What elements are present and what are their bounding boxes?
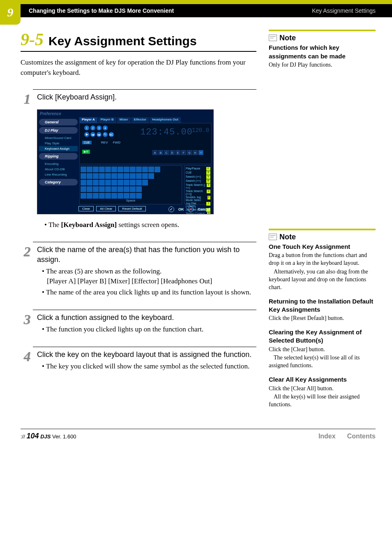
step-1: 1 Click [Keyboard Assign]. Preference Ge… — [21, 89, 256, 230]
func-label[interactable]: Play/Pause — [186, 167, 200, 171]
step-bullet: • The key you clicked will show the same… — [42, 361, 256, 372]
cue-row: CUE REV FWD — [82, 140, 120, 145]
app-name: DJS — [40, 433, 51, 440]
step-number: 2 — [21, 245, 34, 259]
tab-player-b[interactable]: Player B — [98, 117, 116, 123]
accent-rule — [269, 30, 376, 31]
step-2: 2 Click the name of the area(s) that has… — [21, 242, 256, 299]
close-icon[interactable]: ✕ — [188, 206, 194, 212]
clear-button[interactable]: Clear — [78, 206, 94, 211]
hotcue-slot[interactable]: E — [175, 150, 180, 155]
hotcue-button[interactable]: 2 — [90, 125, 95, 130]
func-key: D — [207, 190, 210, 193]
func-label[interactable]: Scratch Jog Mode Selec — [186, 196, 208, 202]
func-label[interactable]: Track Search (|<<) — [186, 183, 207, 189]
reset-default-button[interactable]: Reset Default — [118, 206, 145, 211]
dialog-buttons: Clear All Clear Reset Default — [78, 206, 146, 211]
transport-buttons: ▶⏮⏭↻BC — [84, 132, 114, 137]
hotcue-slot[interactable]: C — [164, 150, 169, 155]
sidebar-item[interactable]: Play Style — [39, 141, 78, 146]
step-number: 1 — [21, 92, 34, 106]
rev-label: REV — [101, 141, 108, 144]
hotcue-buttons: 1234 — [84, 125, 108, 130]
step-bullet: • The name of the area you click lights … — [42, 287, 256, 298]
divider — [21, 51, 256, 52]
ok-cancel-row: ✓OK ✕Cancel — [168, 206, 210, 212]
cancel-button[interactable]: Cancel — [198, 207, 210, 211]
cue-button[interactable]: CUE — [82, 141, 92, 144]
divider — [33, 310, 256, 310]
hotcue-slot[interactable]: D — [170, 150, 175, 155]
sidebar-cat-general[interactable]: General — [39, 119, 78, 125]
hotcue-letters: A B C D E F G H + — [152, 150, 203, 155]
sidebar-cat-djplay[interactable]: DJ Play — [39, 127, 78, 134]
version-label: Ver. 1.600 — [52, 433, 76, 440]
section-intro: Customizes the assignment of key for ope… — [21, 58, 256, 78]
hotcue-slot[interactable]: H — [193, 150, 198, 155]
func-key: C — [206, 167, 210, 171]
func-label[interactable]: Search (>>) — [186, 179, 201, 183]
func-key: J — [206, 202, 210, 206]
tab-effector[interactable]: Effector — [131, 117, 149, 123]
step-heading: Click a function assigned to the keyboar… — [37, 313, 256, 322]
func-label[interactable]: Track Search (>>|) — [186, 190, 207, 195]
step-bullet: • The areas (5) are shown as the followi… — [42, 266, 256, 287]
note-icon — [269, 234, 277, 240]
func-label[interactable]: Search (<<) — [186, 175, 201, 179]
step-heading: Click the key on the keyboard layout tha… — [37, 350, 256, 359]
hotcue-slot[interactable]: A — [152, 150, 157, 155]
hotcue-slot[interactable]: F — [181, 150, 186, 155]
func-label[interactable]: CUE — [186, 171, 192, 175]
sidebar-cat-ripping[interactable]: Ripping — [39, 153, 78, 160]
contents-link[interactable]: Contents — [347, 433, 376, 440]
sidebar-item-keyboard-assign[interactable]: Keyboard Assign — [39, 146, 78, 151]
fwd-label: FWD — [113, 141, 120, 144]
divider — [21, 429, 376, 429]
tab-player-a[interactable]: Player A — [79, 117, 97, 123]
note-body: Drag a button from the functions chart a… — [269, 252, 376, 291]
note-block-2: Note One Touch Key Assignment Drag a but… — [269, 229, 376, 409]
hotcue-slot[interactable]: G — [187, 150, 192, 155]
tab-headphones-out[interactable]: Headphones Out — [150, 117, 181, 123]
accent-rule — [269, 229, 376, 230]
note-subhead: Returning to the Installation Default Ke… — [269, 297, 376, 314]
index-link[interactable]: Index — [318, 433, 336, 440]
hotcue-slot[interactable]: B — [158, 150, 163, 155]
page-header: 9 Changing the Settings to Make DJS More… — [0, 4, 392, 17]
transport-button[interactable]: ↻ — [103, 132, 108, 137]
func-key: B — [206, 179, 210, 183]
play-pause-button[interactable]: ▶/II — [82, 150, 90, 154]
note-label: Note — [279, 33, 296, 43]
transport-button[interactable]: ▶ — [84, 132, 89, 137]
hotcue-button[interactable]: 1 — [84, 125, 89, 130]
sidebar-item[interactable]: Line Recording — [39, 172, 78, 177]
playpause-row: ▶/II — [82, 149, 90, 154]
sidebar-item[interactable]: Mixer/Sound Card — [39, 135, 78, 141]
tab-mixer[interactable]: Mixer — [117, 117, 131, 123]
page-number: 104 — [26, 432, 39, 440]
hotcue-button[interactable]: 3 — [97, 125, 101, 130]
func-key: 3 — [207, 212, 210, 214]
all-clear-button[interactable]: All Clear — [96, 206, 116, 211]
divider — [33, 242, 256, 242]
section-title: Key Assignment Settings — [48, 34, 197, 48]
func-label[interactable]: Tempo Control Range — [186, 212, 207, 214]
transport-button[interactable]: BC — [109, 132, 114, 137]
hotcue-button[interactable]: 4 — [103, 125, 108, 130]
keyboard-layout: Space — [79, 165, 182, 204]
step-bullet: • The function you clicked lights up on … — [42, 324, 256, 335]
sidebar-item[interactable]: About CD-DB — [39, 167, 78, 172]
ok-button[interactable]: OK — [178, 207, 184, 211]
hotcue-plus[interactable]: + — [198, 150, 203, 155]
area-tabs: Player A Player B Mixer Effector Headpho… — [79, 117, 212, 123]
note-subhead: Clearing the Key Assignment of Selected … — [269, 328, 376, 345]
func-key: F — [208, 196, 210, 199]
step-4: 4 Click the key on the keyboard layout t… — [21, 347, 256, 372]
check-icon[interactable]: ✓ — [168, 206, 174, 212]
bpm-display: 120.0 — [192, 127, 209, 134]
sidebar-item[interactable]: Encoding — [39, 161, 78, 167]
transport-button[interactable]: ⏮ — [90, 132, 95, 137]
sidebar-cat-category[interactable]: Category — [39, 179, 78, 185]
transport-button[interactable]: ⏭ — [97, 132, 101, 137]
space-key-label: Space — [126, 199, 136, 202]
